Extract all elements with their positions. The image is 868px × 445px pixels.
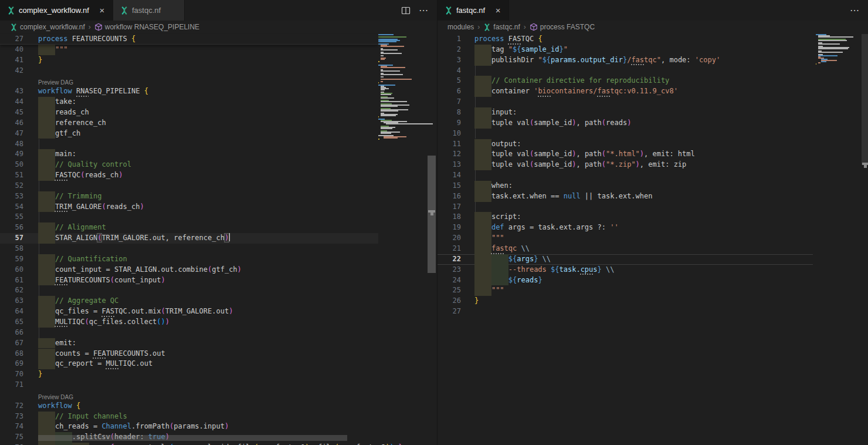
code-line[interactable]: 6 container 'biocontainers/fastqc:v0.11.… — [438, 86, 813, 97]
line-number[interactable]: 62 — [0, 285, 23, 296]
line-number[interactable]: 71 — [0, 380, 23, 390]
code-line[interactable]: 70} — [0, 369, 378, 380]
line-number[interactable]: 40 — [0, 45, 23, 55]
code-line[interactable]: 20 """ — [438, 233, 813, 244]
code-line[interactable]: 60 count_input = STAR_ALIGN.out.combine(… — [0, 265, 378, 275]
line-number[interactable]: 54 — [0, 202, 23, 213]
code-line[interactable]: 54 TRIM_GALORE(reads_ch) — [0, 202, 378, 213]
line-number[interactable]: 70 — [0, 369, 23, 380]
code-line[interactable]: 69 qc_report = MULTIQC.out — [0, 359, 378, 369]
minimap[interactable] — [816, 34, 866, 175]
tab-fastqc.nf[interactable]: fastqc.nf× — [438, 0, 509, 21]
line-number[interactable]: 3 — [438, 55, 461, 66]
code-line[interactable]: 68 counts = FEATURECOUNTS.out — [0, 349, 378, 359]
line-number[interactable]: 64 — [0, 306, 23, 317]
code-line[interactable]: 42 — [0, 66, 378, 76]
editor-left[interactable]: 40 """41}42Preview DAG43workflow RNASEQ_… — [0, 33, 437, 445]
code-line[interactable]: 65 MULTIQC(qc_files.collect()) — [0, 317, 378, 328]
code-line[interactable]: 71 — [0, 380, 378, 390]
line-number[interactable]: 63 — [0, 296, 23, 306]
line-number[interactable]: 68 — [0, 349, 23, 359]
code-line[interactable]: 43workflow RNASEQ_PIPELINE { — [0, 86, 378, 97]
code-line[interactable]: 7 — [438, 97, 813, 107]
line-number[interactable]: 25 — [438, 285, 461, 296]
line-number[interactable]: 10 — [438, 129, 461, 139]
code-line[interactable]: 3 publishDir "${params.output_dir}/fastq… — [438, 55, 813, 66]
split-editor-icon[interactable] — [401, 6, 411, 15]
scrollbar-horizontal[interactable] — [38, 435, 347, 441]
code-line[interactable]: 56 // Alignment — [0, 222, 378, 233]
code-line[interactable]: 50 // Quality control — [0, 160, 378, 170]
line-number[interactable]: 66 — [0, 328, 23, 338]
code-line[interactable]: 55 — [0, 212, 378, 222]
codelens-preview-dag[interactable]: Preview DAG — [38, 76, 73, 86]
line-number[interactable]: 17 — [438, 202, 461, 213]
breadcrumb-item[interactable]: fastqc.nf — [483, 23, 520, 31]
code-line[interactable]: 9 tuple val(sample_id), path(reads) — [438, 118, 813, 129]
scrollbar-vertical[interactable] — [428, 33, 436, 445]
breadcrumb-item[interactable]: process FASTQC — [530, 23, 595, 31]
line-number[interactable]: 47 — [0, 129, 23, 139]
line-number[interactable]: 19 — [438, 222, 461, 233]
line-number[interactable]: 60 — [0, 265, 23, 275]
code-line[interactable]: 24 ${reads} — [438, 275, 813, 286]
line-number[interactable]: 57 — [0, 233, 23, 244]
line-number[interactable]: 16 — [438, 191, 461, 202]
code-line[interactable]: 67 emit: — [0, 338, 378, 349]
tab-complex_workflow.nf[interactable]: complex_workflow.nf× — [0, 0, 113, 21]
minimap[interactable] — [378, 34, 429, 175]
code-line[interactable]: 47 gtf_ch — [0, 129, 378, 139]
line-number[interactable]: 26 — [438, 296, 461, 306]
code-line[interactable]: 45 reads_ch — [0, 107, 378, 118]
line-number[interactable]: 48 — [0, 139, 23, 150]
line-number[interactable]: 7 — [438, 97, 461, 107]
code-line[interactable]: 14 — [438, 170, 813, 181]
line-number[interactable]: 46 — [0, 118, 23, 129]
sticky-scroll[interactable]: 27process FEATURECOUNTS { — [0, 34, 378, 45]
line-number[interactable]: 61 — [0, 275, 23, 286]
line-number[interactable]: 27 — [438, 306, 461, 317]
line-number[interactable]: 20 — [438, 233, 461, 244]
tab-fastqc.nf[interactable]: fastqc.nf× — [113, 0, 185, 21]
code-line[interactable]: 13 tuple val(sample_id), path("*.zip"), … — [438, 160, 813, 170]
code-line[interactable]: 63 // Aggregate QC — [0, 296, 378, 306]
code-line[interactable]: 11 output: — [438, 139, 813, 150]
line-number[interactable]: 44 — [0, 97, 23, 107]
line-number[interactable]: 2 — [438, 45, 461, 55]
tab-close-button[interactable]: × — [97, 5, 107, 15]
line-number[interactable]: 45 — [0, 107, 23, 118]
code-line[interactable]: 8 input: — [438, 107, 813, 118]
code-line[interactable]: 73 // Input channels — [0, 412, 378, 422]
code-line[interactable]: 2 tag "${sample_id}" — [438, 45, 813, 55]
line-number[interactable]: 51 — [0, 170, 23, 181]
line-number[interactable]: 15 — [438, 181, 461, 191]
line-number[interactable]: 13 — [438, 160, 461, 170]
code-line[interactable]: 61 FEATURECOUNTS(count_input) — [0, 275, 378, 286]
line-number[interactable]: 50 — [0, 160, 23, 170]
code-line[interactable]: 66 — [0, 328, 378, 338]
code-line[interactable]: 26} — [438, 296, 813, 306]
tab-close-button[interactable]: × — [493, 5, 503, 15]
code-line[interactable]: 52 — [0, 181, 378, 191]
more-actions-icon[interactable]: ⋯ — [419, 5, 429, 16]
line-number[interactable]: 12 — [438, 149, 461, 160]
code-line[interactable]: 17 — [438, 202, 813, 213]
code-line[interactable]: 76 .map { row -> tuple(row.sample_id, fi… — [0, 443, 378, 445]
line-number[interactable]: 5 — [438, 76, 461, 86]
code-line[interactable]: 57 STAR_ALIGN(TRIM_GALORE.out, reference… — [0, 233, 378, 244]
line-number[interactable]: 22 — [438, 254, 461, 265]
line-number[interactable]: 72 — [0, 401, 23, 412]
line-number[interactable]: 41 — [0, 55, 23, 66]
line-number[interactable]: 43 — [0, 86, 23, 97]
line-number[interactable]: 56 — [0, 222, 23, 233]
line-number[interactable]: 24 — [438, 275, 461, 286]
code-line[interactable]: 72workflow { — [0, 401, 378, 412]
line-number[interactable]: 9 — [438, 118, 461, 129]
codelens-preview-dag[interactable]: Preview DAG — [38, 390, 73, 401]
code-line[interactable]: 5 // Container directive for reproducibi… — [438, 76, 813, 86]
code-line[interactable]: 4 — [438, 66, 813, 76]
line-number[interactable]: 4 — [438, 66, 461, 76]
line-number[interactable]: 67 — [0, 338, 23, 349]
line-number[interactable]: 53 — [0, 191, 23, 202]
code-line[interactable]: 15 when: — [438, 181, 813, 191]
